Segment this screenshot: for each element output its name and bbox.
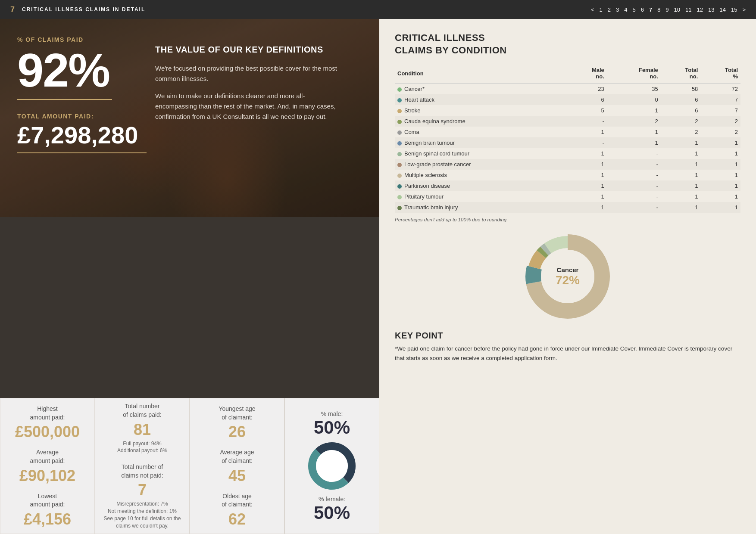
nav-p9[interactable]: 9: [665, 6, 669, 13]
average-label: Averageamount paid:: [30, 448, 65, 465]
table-row: Parkinson disease 1 - 1 1: [395, 180, 740, 191]
table-row: Low-grade prostate cancer 1 - 1 1: [395, 159, 740, 170]
nav-p8[interactable]: 8: [657, 6, 660, 13]
cell-male: 1: [568, 191, 607, 202]
cell-total-no: 1: [661, 191, 701, 202]
cell-total-no: 6: [661, 94, 701, 105]
claims-paid-label: % OF CLAIMS PAID: [17, 36, 362, 43]
nav-prev[interactable]: <: [591, 6, 594, 13]
cell-total-pct: 7: [700, 105, 740, 116]
svg-point-3: [316, 450, 348, 482]
cell-male: -: [568, 137, 607, 148]
cell-female: 1: [607, 127, 661, 137]
cell-total-pct: 1: [700, 137, 740, 148]
gender-donut-svg: [306, 440, 358, 492]
cell-female: -: [607, 191, 661, 202]
cell-total-pct: 1: [700, 170, 740, 180]
nav-p15[interactable]: 15: [731, 6, 737, 13]
cell-condition: Heart attack: [395, 94, 568, 105]
cell-total-pct: 1: [700, 191, 740, 202]
cell-total-no: 2: [661, 127, 701, 137]
male-pct-value: 50%: [314, 419, 350, 437]
col-total-pct: Total%: [700, 65, 740, 84]
table-row: Heart attack 6 0 6 7: [395, 94, 740, 105]
main-donut-container: Cancer 72%: [520, 229, 615, 324]
cell-female: 1: [607, 105, 661, 116]
nav-p14[interactable]: 14: [719, 6, 725, 13]
table-row: Cancer* 23 35 58 72: [395, 84, 740, 95]
female-pct-value: 50%: [314, 504, 350, 522]
stat-card-claims: Total numberof claims paid: 81 Full payo…: [95, 398, 190, 534]
claims-paid-sub: Full payout: 94%Additional payout: 6%: [117, 440, 167, 455]
table-row: Cauda equina syndrome - 2 2 2: [395, 116, 740, 127]
cell-total-pct: 1: [700, 148, 740, 159]
top-nav: 7 CRITICAL ILLNESS CLAIMS IN DETAIL < 1 …: [0, 0, 756, 19]
nav-p3[interactable]: 3: [616, 6, 619, 13]
cell-female: -: [607, 202, 661, 213]
highest-label: Highestamount paid:: [30, 405, 65, 422]
nav-p12[interactable]: 12: [697, 6, 703, 13]
cell-male: 1: [568, 127, 607, 137]
cell-condition: Multiple sclerosis: [395, 170, 568, 180]
stat-card-gender: % male: 50% % female: 5: [284, 398, 379, 534]
cell-condition: Coma: [395, 127, 568, 137]
cell-condition: Pituitary tumour: [395, 191, 568, 202]
cell-female: 0: [607, 94, 661, 105]
nav-p2[interactable]: 2: [608, 6, 611, 13]
cell-total-no: 2: [661, 116, 701, 127]
cell-female: -: [607, 148, 661, 159]
stat-card-amounts: Highestamount paid: £500,000 Averageamou…: [0, 398, 95, 534]
cell-total-pct: 2: [700, 116, 740, 127]
cell-total-no: 1: [661, 148, 701, 159]
oldest-label: Oldest ageof claimant:: [222, 492, 253, 509]
lowest-value: £4,156: [24, 512, 71, 527]
average-age-label: Average ageof claimant:: [220, 448, 254, 465]
donut-center: Cancer 72%: [556, 266, 580, 287]
cell-total-no: 6: [661, 105, 701, 116]
cell-total-no: 1: [661, 137, 701, 148]
cell-male: 5: [568, 105, 607, 116]
cell-female: 1: [607, 137, 661, 148]
gender-donut: [306, 440, 358, 492]
cell-total-pct: 1: [700, 202, 740, 213]
cell-total-pct: 7: [700, 94, 740, 105]
cell-male: 1: [568, 170, 607, 180]
nav-p6[interactable]: 6: [641, 6, 644, 13]
table-row: Traumatic brain injury 1 - 1 1: [395, 202, 740, 213]
claims-not-paid-label: Total number ofclaims not paid:: [121, 463, 163, 480]
definitions-text: We're focused on providing the best poss…: [155, 63, 345, 122]
cell-condition: Benign spinal cord tumour: [395, 148, 568, 159]
cell-total-no: 58: [661, 84, 701, 95]
cell-condition: Benign brain tumour: [395, 137, 568, 148]
cell-total-pct: 1: [700, 159, 740, 170]
nav-p4[interactable]: 4: [624, 6, 627, 13]
cell-total-pct: 72: [700, 84, 740, 95]
col-female: Femaleno.: [607, 65, 661, 84]
definitions-p2: We aim to make our definitions clearer a…: [155, 91, 345, 122]
main-container: % OF CLAIMS PAID 92% TOTAL AMOUNT PAID: …: [0, 19, 756, 534]
cell-female: -: [607, 170, 661, 180]
claims-paid-count-label: Total numberof claims paid:: [123, 402, 161, 419]
cell-condition: Parkinson disease: [395, 180, 568, 191]
cell-total-no: 1: [661, 170, 701, 180]
oldest-value: 62: [228, 512, 246, 527]
nav-next[interactable]: >: [742, 6, 746, 13]
cell-female: -: [607, 180, 661, 191]
average-value: £90,102: [19, 468, 75, 484]
claims-table: Condition Maleno. Femaleno. Totalno. Tot…: [395, 65, 740, 213]
nav-p10[interactable]: 10: [674, 6, 680, 13]
youngest-value: 26: [228, 424, 246, 440]
nav-right: < 1 2 3 4 5 6 7 8 9 10 11 12 13 14 15 >: [591, 6, 746, 13]
cell-total-no: 1: [661, 159, 701, 170]
cell-condition: Traumatic brain injury: [395, 202, 568, 213]
cell-condition: Cauda equina syndrome: [395, 116, 568, 127]
footnote: Percentages don't add up to 100% due to …: [395, 217, 740, 222]
table-row: Coma 1 1 2 2: [395, 127, 740, 137]
nav-p7[interactable]: 7: [649, 6, 652, 13]
nav-p11[interactable]: 11: [685, 6, 691, 13]
nav-p1[interactable]: 1: [599, 6, 602, 13]
nav-p5[interactable]: 5: [632, 6, 635, 13]
youngest-label: Youngest ageof claimant:: [219, 405, 255, 422]
lowest-label: Lowestamount paid:: [30, 492, 65, 509]
nav-p13[interactable]: 13: [708, 6, 714, 13]
